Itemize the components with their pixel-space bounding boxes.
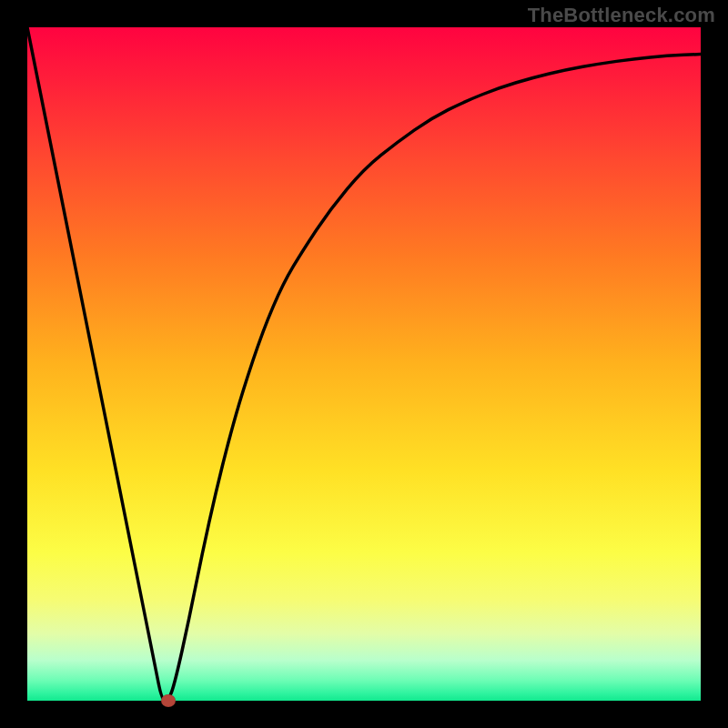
minimum-marker — [161, 694, 176, 707]
watermark-text: TheBottleneck.com — [528, 4, 715, 27]
bottleneck-curve — [27, 27, 701, 701]
chart-frame: TheBottleneck.com — [0, 0, 728, 728]
plot-area — [27, 27, 701, 701]
